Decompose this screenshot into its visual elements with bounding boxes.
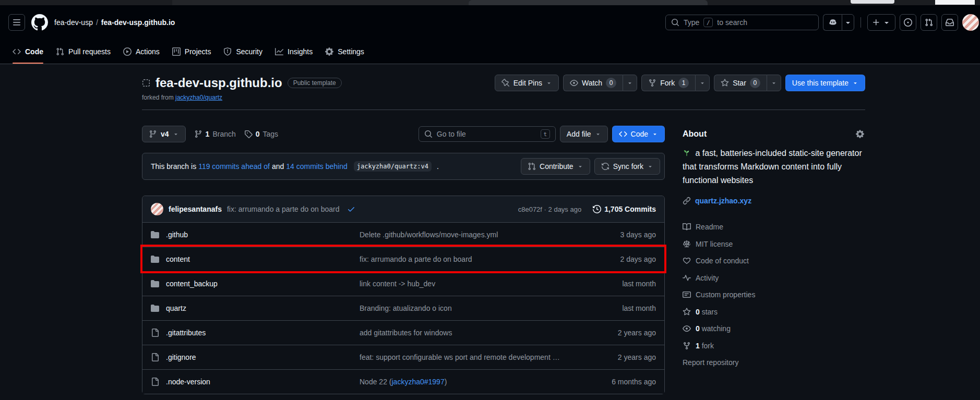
user-avatar[interactable] bbox=[962, 14, 979, 31]
inbox-button[interactable] bbox=[941, 14, 958, 31]
file-commit-message: Delete .github/workflows/move-images.yml bbox=[360, 231, 578, 239]
about-link-watching[interactable]: 0 watching bbox=[683, 320, 865, 337]
file-age: last month bbox=[578, 304, 656, 312]
code-button[interactable]: Code bbox=[612, 126, 665, 142]
branch-selector-button[interactable]: v4 bbox=[142, 126, 186, 142]
file-row-.gitattributes[interactable]: .gitattributesadd gitattributes for wind… bbox=[142, 320, 664, 345]
about-link-activity[interactable]: Activity bbox=[683, 270, 865, 287]
tab-code[interactable]: Code bbox=[8, 44, 47, 59]
commits-behind-link[interactable]: 14 commits behind bbox=[286, 162, 348, 171]
file-link[interactable]: .gitignore bbox=[166, 353, 196, 361]
eye-icon bbox=[683, 324, 691, 333]
github-logo[interactable] bbox=[31, 14, 48, 31]
edit-pins-button[interactable]: Edit Pins bbox=[495, 75, 559, 91]
commits-ahead-link[interactable]: 119 commits ahead of bbox=[198, 162, 270, 171]
tab-security[interactable]: Security bbox=[219, 44, 267, 59]
commit-message-link[interactable]: jackyzha0#1997 bbox=[391, 378, 444, 386]
about-settings-button[interactable] bbox=[855, 129, 865, 139]
file-link[interactable]: .github bbox=[166, 231, 188, 239]
tab-settings[interactable]: Settings bbox=[321, 44, 368, 59]
chevron-down-icon bbox=[595, 131, 601, 137]
file-row-.node-version[interactable]: .node-versionNode 22 (jackyzha0#1997)6 m… bbox=[142, 369, 664, 394]
tab-actions[interactable]: Actions bbox=[119, 44, 164, 59]
message-text: add gitattributes for windows bbox=[360, 329, 452, 337]
star-label: Star bbox=[733, 79, 746, 87]
edit-pins-label: Edit Pins bbox=[513, 79, 542, 87]
pull-requests-button[interactable] bbox=[921, 14, 937, 31]
file-link[interactable]: .node-version bbox=[166, 378, 210, 386]
file-link[interactable]: content_backup bbox=[166, 280, 218, 288]
file-link[interactable]: content bbox=[166, 255, 190, 263]
fork-dropdown-button[interactable] bbox=[695, 75, 710, 91]
tab-pull-requests[interactable]: Pull requests bbox=[52, 44, 115, 59]
website-link[interactable]: quartz.jzhao.xyz bbox=[695, 197, 751, 205]
star-button[interactable]: Star 0 bbox=[714, 75, 767, 91]
commit-sha-time[interactable]: c8e072f · 2 days ago bbox=[518, 205, 581, 213]
fork-button[interactable]: Fork 1 bbox=[641, 75, 695, 91]
issues-button[interactable] bbox=[900, 14, 916, 31]
header-divider bbox=[861, 17, 861, 28]
latest-commit-bar: felipesantanafs fix: arrumando a parte d… bbox=[142, 196, 664, 222]
branches-link[interactable]: 1 Branch bbox=[194, 130, 236, 138]
use-this-template-button[interactable]: Use this template bbox=[785, 75, 865, 91]
about-link-label: 0 stars bbox=[696, 308, 718, 316]
global-search-input[interactable]: Type / to search bbox=[665, 15, 819, 30]
add-file-button[interactable]: Add file bbox=[560, 126, 608, 142]
create-new-button[interactable] bbox=[867, 14, 895, 31]
forked-from-link[interactable]: jackyzha0/quartz bbox=[175, 94, 222, 101]
conduct-icon bbox=[683, 257, 691, 265]
file-age: 2 years ago bbox=[578, 353, 656, 361]
watch-dropdown-button[interactable] bbox=[623, 75, 637, 91]
file-commit-message: feat: support configurable ws port and r… bbox=[360, 353, 578, 361]
watch-count: 0 bbox=[606, 78, 616, 88]
star-dropdown-button[interactable] bbox=[767, 75, 781, 91]
file-link[interactable]: quartz bbox=[166, 304, 186, 312]
file-age: 3 days ago bbox=[578, 231, 656, 239]
file-row-.gitignore[interactable]: .gitignorefeat: support configurable ws … bbox=[142, 345, 664, 369]
file-age: 2 years ago bbox=[578, 329, 656, 337]
file-row-content_backup[interactable]: content_backuplink content -> hub_devlas… bbox=[142, 271, 664, 296]
chevron-down-icon bbox=[546, 80, 552, 86]
breadcrumb-repo-link[interactable]: fea-dev-usp.github.io bbox=[101, 18, 175, 27]
star-icon bbox=[683, 308, 691, 316]
star-split-button: Star 0 bbox=[714, 75, 781, 91]
tags-link[interactable]: 0 Tags bbox=[244, 130, 278, 138]
browser-chrome-strip bbox=[0, 0, 980, 5]
breadcrumb-owner-link[interactable]: fea-dev-usp bbox=[54, 18, 93, 27]
go-to-file-input[interactable]: Go to file t bbox=[419, 126, 556, 142]
report-repository-link[interactable]: Report repository bbox=[683, 358, 738, 367]
banner-period: . bbox=[437, 162, 439, 171]
github-mark-icon bbox=[31, 14, 48, 31]
commit-history-link[interactable]: 1,705 Commits bbox=[593, 205, 656, 213]
file-row-.github[interactable]: .githubDelete .github/workflows/move-ima… bbox=[142, 222, 664, 247]
copilot-button[interactable] bbox=[823, 14, 842, 31]
file-icon bbox=[151, 329, 159, 337]
contribute-button[interactable]: Contribute bbox=[521, 158, 590, 175]
copilot-dropdown-button[interactable] bbox=[842, 14, 854, 31]
banner-actions: Contribute Sync fork bbox=[521, 158, 660, 175]
about-link-stars[interactable]: 0 stars bbox=[683, 304, 865, 321]
about-link-fork[interactable]: 1 fork bbox=[683, 337, 865, 355]
commit-author-link[interactable]: felipesantanafs bbox=[169, 205, 222, 213]
about-link-mit-license[interactable]: MIT license bbox=[683, 236, 865, 253]
about-link-code-of-conduct[interactable]: Code of conduct bbox=[683, 252, 865, 270]
add-file-label: Add file bbox=[567, 130, 591, 138]
file-row-content[interactable]: contentfix: arrumando a parte do on boar… bbox=[142, 247, 664, 271]
file-link[interactable]: .gitattributes bbox=[166, 329, 206, 337]
watch-button[interactable]: Watch 0 bbox=[563, 75, 623, 91]
sync-fork-button[interactable]: Sync fork bbox=[594, 158, 660, 175]
tab-projects[interactable]: Projects bbox=[168, 44, 216, 59]
gear-icon bbox=[325, 47, 333, 56]
file-row-quartz[interactable]: quartzBranding: atualizando o iconlast m… bbox=[142, 296, 664, 320]
hamburger-menu-button[interactable] bbox=[8, 14, 25, 31]
about-link-readme[interactable]: Readme bbox=[683, 219, 865, 236]
tab-insights[interactable]: Insights bbox=[271, 44, 317, 59]
commit-sha[interactable]: c8e072f bbox=[518, 205, 542, 213]
upstream-ref-chip: jackyzha0/quartz:v4 bbox=[354, 161, 432, 172]
commit-author-avatar[interactable] bbox=[151, 203, 163, 215]
check-icon[interactable] bbox=[347, 205, 355, 213]
fork-count: 1 bbox=[678, 78, 689, 88]
tab-label: Settings bbox=[338, 47, 364, 56]
commit-message-link[interactable]: fix: arrumando a parte do on board bbox=[227, 205, 340, 213]
about-link-custom-properties[interactable]: Custom properties bbox=[683, 286, 865, 304]
